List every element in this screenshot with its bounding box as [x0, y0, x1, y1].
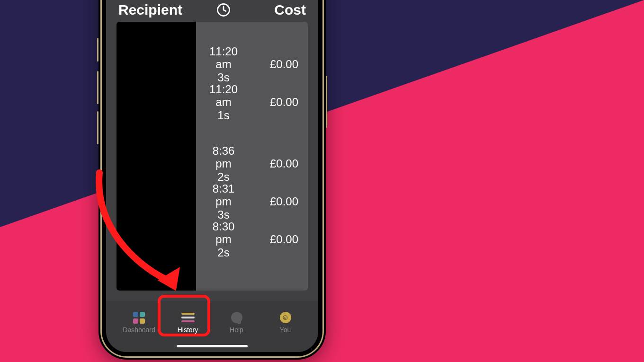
tab-label: Help — [230, 326, 243, 334]
tab-you[interactable]: ☺ You — [261, 312, 310, 334]
dashboard-icon — [133, 312, 146, 323]
call-cost: £0.00 — [242, 96, 298, 109]
phone-side-button — [97, 111, 98, 144]
history-column-headers: Recipient Cost — [106, 2, 318, 18]
call-cost: £0.00 — [242, 157, 298, 170]
tab-history[interactable]: History — [163, 312, 212, 334]
help-icon — [230, 312, 243, 323]
header-recipient: Recipient — [118, 2, 198, 18]
home-indicator[interactable] — [177, 345, 248, 347]
history-list-panel[interactable]: 11:20 am3s £0.00 11:20 am1s £0.00 8:36 p… — [116, 22, 308, 291]
call-time: 11:20 am — [209, 83, 238, 109]
call-duration: 3s — [206, 71, 242, 84]
call-time: 8:36 pm — [213, 144, 235, 170]
phone-side-button — [97, 71, 98, 104]
recipient-redaction-mask — [116, 22, 196, 291]
tab-label: Dashboard — [123, 326, 155, 334]
tab-label: History — [178, 326, 198, 334]
call-duration: 3s — [206, 208, 242, 221]
call-cost: £0.00 — [242, 233, 298, 246]
tab-help[interactable]: Help — [212, 312, 261, 334]
call-duration: 2s — [206, 246, 242, 259]
phone-side-button — [97, 38, 98, 62]
history-icon — [181, 312, 195, 323]
header-cost: Cost — [249, 2, 306, 18]
call-time: 8:30 pm — [213, 220, 235, 246]
tutorial-backdrop: Recipient Cost 11:20 am3s £0.00 — [0, 0, 644, 362]
call-duration: 1s — [206, 109, 242, 122]
header-time — [198, 3, 249, 17]
you-icon: ☺ — [279, 312, 292, 323]
app-screen: Recipient Cost 11:20 am3s £0.00 — [106, 0, 318, 352]
call-cost: £0.00 — [242, 58, 298, 71]
call-cost: £0.00 — [242, 195, 298, 208]
clock-icon — [216, 3, 231, 17]
phone-frame: Recipient Cost 11:20 am3s £0.00 — [98, 0, 326, 360]
tab-dashboard[interactable]: Dashboard — [115, 312, 163, 334]
bottom-tab-bar: Dashboard History Help — [106, 301, 318, 352]
tab-label: You — [280, 326, 291, 334]
call-duration: 2s — [206, 170, 242, 184]
call-time: 8:31 pm — [213, 182, 235, 208]
call-time: 11:20 am — [209, 45, 238, 71]
phone-side-button — [326, 76, 327, 128]
